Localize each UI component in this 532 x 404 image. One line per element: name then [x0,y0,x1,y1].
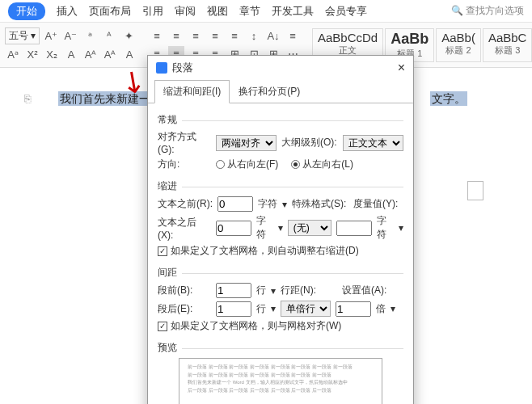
indent-before-label: 文本之前(R): [158,197,213,211]
indent-before-input[interactable] [217,196,253,212]
menu-tab-review[interactable]: 审阅 [175,4,196,19]
group-title: 间距 [158,266,403,280]
outline-select[interactable]: 正文文本 [343,135,403,151]
numbering-icon[interactable]: ≡ [168,28,184,44]
dialog-titlebar: 段落 × [148,56,413,80]
group-spacing: 间距 段前(B): 行▾ 行距(N): 设置值(A): 段后(E): 行▾ 单倍… [158,266,403,333]
indent-after-label: 文本之后(X): [158,216,211,241]
font-group: 五号 ▾ A⁺ A⁻ ᵃ ᴬ ✦ Aᵃ X² X₂ A Aᴬ Aᴬ A [5,27,137,62]
space-before-label: 段前(B): [158,284,211,297]
align-select[interactable]: 两端对齐 [216,135,277,151]
group-general: 常规 对齐方式(G): 两端对齐 大纲级别(O): 正文文本 方向: 从右向左(… [158,113,403,171]
bullets-icon[interactable]: ≡ [149,28,165,44]
auto-indent-checkbox[interactable]: ✓如果定义了文档网格，则自动调整右缩进(D) [158,244,359,258]
decrease-indent-icon[interactable]: ≡ [207,28,223,44]
at-label: 设置值(A): [342,284,386,297]
line-spacing-icon[interactable]: ↕ [246,28,262,44]
line-spacing-select[interactable]: 单倍行距 [281,301,331,317]
font-color-icon[interactable]: Aᵃ [5,46,21,62]
style-h3[interactable]: AaBbC标题 3 [483,28,532,62]
menu-tab-start[interactable]: 开始 [8,2,45,20]
menu-tab-dev[interactable]: 开发工具 [272,4,314,19]
subscript-icon[interactable]: X₂ [44,46,60,62]
main-menu: 开始 插入 页面布局 引用 审阅 视图 章节 开发工具 会员专享 🔍 查找方向选… [0,0,532,23]
space-after-label: 段后(E): [158,302,211,316]
highlight-icon[interactable]: ✦ [120,28,137,44]
page-break-icon: ⎘ [24,92,31,105]
grow-font-icon[interactable]: A⁺ [43,28,59,44]
font-size-select[interactable]: 五号 ▾ [5,27,40,44]
unit-label: 行 [256,302,266,316]
phonetic-icon[interactable]: Aᴬ [102,46,118,62]
by-input[interactable] [336,221,372,236]
menu-tab-section[interactable]: 章节 [239,4,260,19]
menu-tab-layout[interactable]: 页面布局 [89,4,131,19]
char-shading-icon[interactable]: A [63,46,79,62]
menu-tab-ref[interactable]: 引用 [142,4,163,19]
direction-label: 方向: [158,158,211,171]
menu-tab-member[interactable]: 会员专享 [325,4,367,19]
unit-label: 字符 [258,197,277,211]
multilevel-icon[interactable]: ≡ [188,28,204,44]
snap-grid-checkbox[interactable]: ✓如果定义了文档网格，则与网格对齐(W) [158,319,341,333]
case-icon[interactable]: ᵃ [82,28,98,44]
group-preview: 预览 前一段落 前一段落 前一段落 前一段落 前一段落 前一段落 前一段落 前一… [158,341,403,404]
align-label: 对齐方式(G): [158,130,211,155]
increase-indent-icon[interactable]: ≡ [226,28,243,44]
radio-ltr[interactable]: 从左向右(L) [291,158,353,171]
tab-indent-spacing[interactable]: 缩进和间距(I) [154,80,230,103]
group-title: 预览 [158,341,403,355]
by-label: 度量值(Y): [353,197,398,211]
space-before-input[interactable] [216,283,251,298]
unit-label: 倍 [376,302,386,316]
clear-format-icon[interactable]: ᴬ [101,28,117,44]
special-label: 特殊格式(S): [292,197,348,211]
style-h2[interactable]: AaBb(标题 2 [436,28,481,62]
space-after-input[interactable] [216,301,251,317]
radio-rtl[interactable]: 从右向左(F) [216,158,278,171]
show-marks-icon[interactable]: ≡ [285,28,301,44]
char-border-icon[interactable]: Aᴬ [82,46,99,62]
close-icon[interactable]: × [398,61,405,75]
at-input[interactable] [336,301,371,317]
indent-after-input[interactable] [216,221,251,236]
line-spacing-label: 行距(N): [281,284,337,297]
preview-area: 前一段落 前一段落 前一段落 前一段落 前一段落 前一段落 前一段落 前一段落 … [179,358,382,404]
dialog-tabs: 缩进和间距(I) 换行和分页(P) [148,80,413,103]
group-indent: 缩进 文本之前(R): 字符▾ 特殊格式(S): 度量值(Y): 文本之后(X)… [158,179,403,258]
dialog-title: 段落 [172,61,193,75]
special-select[interactable]: (无) [288,220,331,236]
group-title: 缩进 [158,179,403,193]
menu-tab-view[interactable]: 视图 [207,4,228,19]
paragraph-dialog: 段落 × 缩进和间距(I) 换行和分页(P) 常规 对齐方式(G): 两端对齐 … [147,55,414,404]
group-title: 常规 [158,113,403,127]
unit-label: 字符 [377,214,394,242]
paste-options-icon[interactable] [467,181,483,200]
selected-text-tail: 文字。 [430,91,467,106]
dialog-body: 常规 对齐方式(G): 两端对齐 大纲级别(O): 正文文本 方向: 从右向左(… [148,103,413,404]
search-hint[interactable]: 🔍 查找方向选项 [451,4,524,18]
sort-icon[interactable]: A↓ [265,28,281,44]
shrink-font-icon[interactable]: A⁻ [62,28,78,44]
menu-tab-insert[interactable]: 插入 [57,4,78,19]
unit-label: 字符 [256,214,273,242]
enclose-icon[interactable]: A [121,46,137,62]
search-text: 查找方向选项 [466,5,524,16]
tab-line-page[interactable]: 换行和分页(P) [230,80,309,103]
unit-label: 行 [256,284,266,297]
superscript-icon[interactable]: X² [24,46,40,62]
app-icon [156,62,167,74]
outline-label: 大纲级别(O): [281,136,338,149]
